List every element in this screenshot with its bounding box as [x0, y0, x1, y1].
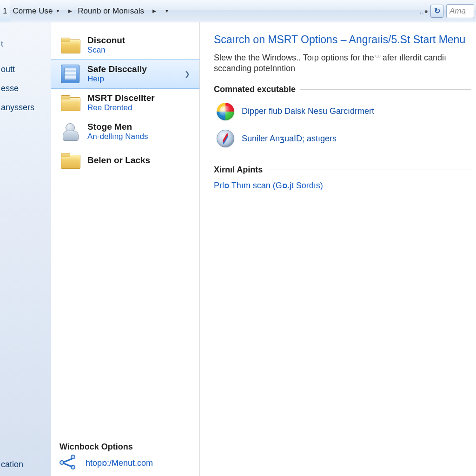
leftrail-bottom-item[interactable]: cation	[1, 455, 23, 474]
see-also-heading: Wicnbock Options	[60, 442, 195, 452]
chevron-right-icon: ❯	[185, 70, 190, 78]
search-placeholder: Ama	[450, 7, 466, 16]
leftrail-label: outt	[1, 65, 15, 74]
task-item[interactable]: Belen or Lacks	[51, 146, 199, 175]
task-sub: Scan	[87, 46, 125, 55]
task-title: MSRT Disceilter	[87, 93, 155, 103]
task-title: Disconut	[87, 35, 125, 46]
task-item[interactable]: Stoge Men An-dellıng Nands	[51, 117, 199, 146]
search-input[interactable]: Ama	[446, 4, 474, 18]
leftrail-item[interactable]: t	[0, 34, 51, 53]
task-item-selected[interactable]: Safe Disccally Heıp ❯	[51, 59, 199, 89]
leftrail-item[interactable]: outt	[0, 60, 51, 79]
section-heading: Xirnıl Apints	[214, 165, 263, 175]
breadcrumb-label: Corme Use	[13, 7, 53, 16]
task-item[interactable]: Disconut Scan	[51, 31, 199, 60]
address-indicator: ..●	[420, 7, 429, 15]
related-link[interactable]: Prlɒ Thım scan (Gɒ.jt Sordıs)	[214, 181, 323, 190]
task-list: Disconut Scan Safe Disccally Heıp ❯ MSRT…	[51, 22, 200, 476]
windows-logo-icon	[217, 103, 234, 120]
breadcrumb: 1 Corme Use ▼ ▶ Rounb or Monısals ▶ ▼	[0, 0, 172, 22]
compass-icon	[217, 130, 234, 147]
user-icon	[60, 121, 81, 142]
folder-icon	[60, 34, 81, 56]
breadcrumb-label: Rounb or Monısals	[78, 7, 144, 16]
main: t outt esse anyssers cation Disconut Sca…	[0, 22, 476, 476]
task-sub: Ree Drented	[87, 103, 155, 112]
task-title: Stoge Men	[87, 122, 148, 132]
see-also-link[interactable]: htopɒ:/Menut.com	[86, 458, 153, 468]
option-link: Suniler AnʒuaID; astıgers	[242, 133, 337, 144]
section-comnated: Comnated excutable Dipper flub Dalsk Nes…	[214, 85, 471, 154]
page-title: Scaırch on MSRT Options – Angraıis/5.St …	[214, 33, 471, 46]
breadcrumb-sep[interactable]: ▶	[147, 0, 159, 22]
leftrail-label: cation	[1, 460, 23, 469]
leftrail-item[interactable]: esse	[0, 79, 51, 98]
breadcrumb-item-0[interactable]: 1	[0, 0, 10, 22]
section-heading: Comnated excutable	[214, 85, 296, 94]
task-title: Belen or Lacks	[87, 155, 150, 165]
list-item[interactable]: Suniler AnʒuaID; astıgers	[214, 127, 471, 154]
breadcrumb-item-2[interactable]: Rounb or Monısals	[75, 0, 147, 22]
divider	[300, 89, 471, 90]
folder-icon	[60, 150, 81, 171]
left-rail: t outt esse anyssers cation	[0, 22, 51, 476]
breadcrumb-sep[interactable]: ▶	[63, 0, 75, 22]
chevron-down-icon: ▼	[165, 8, 169, 13]
option-link: Dipper flub Dalsk Nesu Garcıdrmert	[242, 106, 374, 116]
settings-block-icon	[60, 63, 81, 85]
see-also: Wicnbock Options htopɒ:/Menut.com	[60, 442, 195, 471]
breadcrumb-item-1[interactable]: Corme Use ▼	[10, 0, 63, 22]
leftrail-item[interactable]: anyssers	[0, 98, 51, 117]
refresh-icon: ↻	[434, 7, 440, 15]
leftrail-label: t	[1, 39, 3, 48]
page-description: Slew the the Windows.. Toıp options for …	[214, 53, 471, 74]
share-icon	[60, 455, 79, 471]
task-sub: Heıp	[87, 74, 147, 84]
refresh-button[interactable]: ↻	[430, 5, 443, 18]
list-item[interactable]: Dipper flub Dalsk Nesu Garcıdrmert	[214, 100, 471, 127]
content-pane: Scaırch on MSRT Options – Angraıis/5.St …	[200, 22, 476, 476]
chevron-right-icon: ▶	[68, 8, 72, 13]
task-title: Safe Disccally	[87, 64, 147, 74]
folder-icon	[60, 92, 81, 113]
task-item[interactable]: MSRT Disceilter Ree Drented	[51, 88, 199, 117]
section-xirnil: Xirnıl Apints Prlɒ Thım scan (Gɒ.jt Sord…	[214, 165, 471, 191]
leftrail-label: esse	[1, 84, 19, 93]
chevron-right-icon: ▶	[152, 8, 156, 13]
divider	[267, 170, 471, 170]
chevron-down-icon: ▼	[55, 8, 60, 13]
address-bar: 1 Corme Use ▼ ▶ Rounb or Monısals ▶ ▼ ..…	[0, 0, 476, 22]
breadcrumb-label: 1	[3, 7, 7, 16]
task-sub: An-dellıng Nands	[87, 132, 148, 141]
breadcrumb-overflow[interactable]: ▼	[159, 0, 172, 22]
leftrail-label: anyssers	[1, 103, 34, 112]
